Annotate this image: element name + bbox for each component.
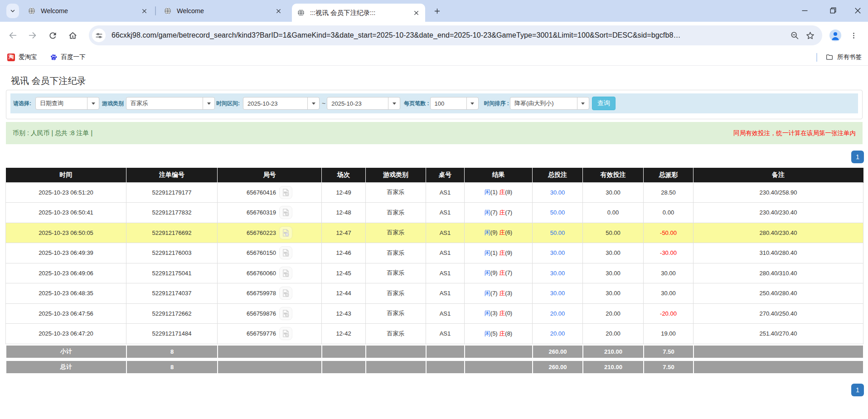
tab-welcome-2[interactable]: Welcome [160,0,287,22]
query-type-select[interactable]: 日期查询 [35,97,99,110]
tab-close-icon[interactable] [412,8,421,17]
cell-bet[interactable]: 30.00 [533,263,583,283]
date-start-select[interactable]: 2025-10-23 [243,97,320,110]
bookmark-star-button[interactable] [802,28,818,43]
tab-welcome-1[interactable]: Welcome [21,0,153,22]
cell-bet[interactable]: 30.00 [533,283,583,304]
column-header-payout: 总派彩 [644,168,693,182]
cell-bet[interactable]: 50.00 [533,203,583,223]
page-1-button[interactable]: 1 [851,384,864,396]
video-replay-button[interactable] [279,327,292,340]
date-range-label: 时间区间: [216,100,240,107]
video-replay-icon [281,268,291,278]
cell-result: 闲(7) 庄(3) [465,283,533,304]
result-player-points: (7) [490,209,498,216]
cell-bet[interactable]: 50.00 [533,223,583,243]
bookmark-taobao[interactable]: 淘 爱淘宝 [7,53,37,61]
zoom-indicator-button[interactable] [787,28,802,43]
game-type-select[interactable]: 百家乐 [126,97,215,110]
video-replay-button[interactable] [279,206,292,219]
cell-game: 百家乐 [366,203,426,223]
date-end-select[interactable]: 2025-10-23 [327,97,400,110]
all-bookmarks-button[interactable]: 所有书签 [837,53,862,61]
video-replay-icon [281,188,291,197]
home-button[interactable] [63,26,82,44]
video-replay-icon [281,248,291,258]
restore-icon [830,7,836,14]
summary-cell-result [465,345,533,358]
summary-cell-time: 小计 [6,345,126,358]
site-info-button[interactable] [92,29,106,42]
date-start-value: 2025-10-23 [243,97,307,109]
cell-payout: -30.00 [644,243,693,263]
cell-game: 百家乐 [366,303,426,324]
sort-select[interactable]: 降幂(由大到小) [510,97,589,110]
round-number: 656760060 [247,270,276,277]
profile-avatar[interactable] [829,29,841,41]
round-number: 656760416 [247,189,276,196]
query-button[interactable]: 查询 [592,97,616,110]
new-tab-button[interactable] [431,5,443,17]
column-header-session: 场次 [322,168,366,182]
page-1-button[interactable]: 1 [851,151,864,163]
game-type-label: 游戏类别 [102,100,124,107]
video-replay-button[interactable] [279,226,292,239]
result-banker-points: (7) [505,209,512,216]
video-replay-button[interactable] [279,287,292,300]
cell-bet[interactable]: 30.00 [533,243,583,263]
select-caret[interactable] [466,97,478,109]
cell-game: 百家乐 [366,283,426,304]
column-header-round: 局号 [218,168,322,182]
cell-bet_id: 522912176692 [126,223,218,243]
address-bar[interactable]: 66cxkj98.com/game/betrecord_search/kind3… [89,25,822,45]
game-type-value: 百家乐 [126,97,203,109]
select-caret[interactable] [577,97,589,109]
tab-close-icon[interactable] [274,6,283,15]
tab-betrecord-active[interactable]: :::视讯 会员下注纪录::: [292,4,425,22]
back-button[interactable] [4,26,22,44]
reload-button[interactable] [44,26,62,44]
result-banker-label: 庄 [499,310,505,317]
select-caret[interactable] [87,97,99,109]
video-replay-button[interactable] [279,267,292,280]
summary-cell-payout: 7.50 [644,361,693,374]
video-replay-button[interactable] [279,307,292,320]
cell-result: 闲(5) 庄(8) [465,324,533,344]
page-size-select[interactable]: 100 [430,97,479,110]
browser-menu-button[interactable] [846,28,861,43]
window-close-button[interactable] [847,0,868,21]
result-player-points: (1) [490,189,498,195]
cell-time: 2025-10-23 06:51:20 [6,182,126,203]
select-caret[interactable] [307,97,319,109]
bookmark-baidu[interactable]: 百度一下 [50,53,86,61]
filter-bar: 请选择: 日期查询 游戏类别 百家乐 时间区间: 2025-10-23 ~ 20… [10,93,858,113]
cell-valid: 30.00 [583,182,644,203]
tab-search-button[interactable] [6,4,19,18]
cell-bet_id: 522912179177 [126,182,218,203]
cell-time: 2025-10-23 06:50:41 [6,203,126,223]
cell-session: 12-48 [322,203,366,223]
select-caret[interactable] [203,97,214,109]
cell-bet[interactable]: 30.00 [533,182,583,203]
select-caret[interactable] [388,97,400,109]
tab-close-icon[interactable] [140,6,149,15]
window-maximize-button[interactable] [819,0,847,21]
cell-bet_id: 522912176003 [126,243,218,263]
video-replay-button[interactable] [279,186,292,199]
three-dots-icon [850,32,858,39]
column-header-bet: 总投注 [533,168,583,182]
result-banker-points: (8) [505,330,512,337]
table-row: 2025-10-23 06:49:06522912175041656760060… [6,263,863,283]
video-replay-button[interactable] [279,246,292,259]
reload-icon [48,31,58,40]
summary-cell-remark [693,361,863,374]
url-text[interactable]: 66cxkj98.com/game/betrecord_search/kind3… [112,31,787,39]
cell-result: 闲(9) 庄(6) [465,223,533,243]
cell-bet[interactable]: 20.00 [533,324,583,344]
cell-session: 12-47 [322,223,366,243]
cell-bet[interactable]: 20.00 [533,303,583,324]
forward-button[interactable] [24,26,42,44]
summary-cell-game [366,345,426,358]
pagination-bottom: 1 [0,384,864,396]
window-minimize-button[interactable] [790,0,819,21]
